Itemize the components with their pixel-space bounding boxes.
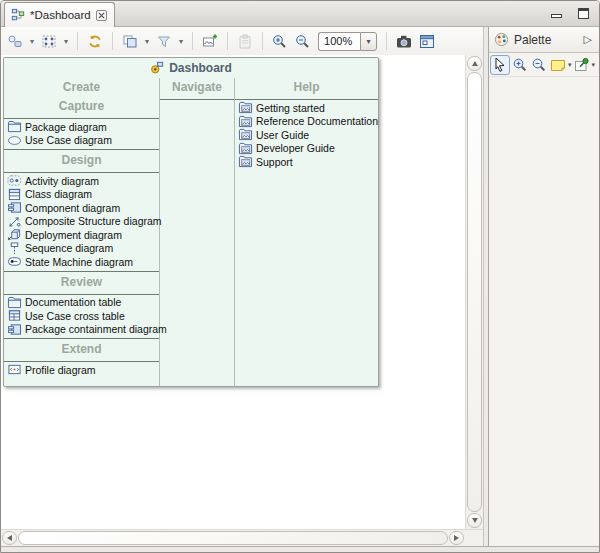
item-label: Use Case diagram	[25, 134, 112, 146]
item-use-case-diagram[interactable]: Use Case diagram	[4, 134, 159, 148]
note-tool[interactable]	[549, 55, 567, 75]
snapshot-button[interactable]	[394, 30, 414, 52]
paste-button	[235, 30, 255, 52]
palette-zoom-in-tool[interactable]	[511, 55, 529, 75]
editor-main: Dashboard Create Capture Package diagram	[1, 55, 483, 529]
item-deployment-diagram[interactable]: Deployment diagram	[4, 228, 159, 242]
scrollbar-corner	[465, 529, 483, 546]
palette-expand-icon[interactable]: ▷	[584, 33, 594, 46]
palette-title: Palette	[514, 33, 579, 47]
item-documentation-table[interactable]: Documentation table	[4, 296, 159, 310]
dashboard-icon	[150, 61, 164, 75]
item-label: Sequence diagram	[25, 242, 113, 254]
item-label: Documentation table	[25, 296, 121, 308]
zoom-in-button[interactable]	[270, 30, 290, 52]
item-class-diagram[interactable]: Class diagram	[4, 188, 159, 202]
vertical-scrollbar[interactable]	[465, 55, 483, 529]
dashboard-title-row: Dashboard	[4, 58, 378, 78]
zoom-level-input[interactable]: 100%	[318, 32, 360, 51]
palette-header[interactable]: Palette ▷	[489, 27, 599, 53]
diagram-canvas[interactable]: Dashboard Create Capture Package diagram	[1, 55, 465, 529]
maximize-icon[interactable]	[578, 8, 589, 19]
pinned-note-icon	[574, 57, 590, 73]
design-header: Design	[4, 151, 159, 170]
arrange-layout-button[interactable]	[39, 30, 59, 52]
synchronize-button[interactable]	[85, 30, 105, 52]
item-profile-diagram[interactable]: Profile diagram	[4, 363, 159, 377]
horizontal-scrollbar[interactable]	[1, 529, 465, 546]
item-reference-documentation[interactable]: Reference Documentation	[235, 115, 378, 129]
dashboard-title: Dashboard	[169, 61, 232, 75]
deployment-diagram-icon	[7, 228, 22, 241]
item-package-diagram[interactable]: Package diagram	[4, 120, 159, 134]
item-composite-structure-diagram[interactable]: Composite Structure diagram	[4, 215, 159, 229]
item-sequence-diagram[interactable]: Sequence diagram	[4, 242, 159, 256]
palette-icon	[494, 32, 509, 47]
section-separator	[4, 172, 159, 173]
item-support[interactable]: Support	[235, 155, 378, 169]
dashboard-panel: Dashboard Create Capture Package diagram	[3, 57, 379, 387]
scroll-right-icon[interactable]	[449, 531, 464, 545]
item-getting-started[interactable]: Getting started	[235, 101, 378, 115]
palette-body[interactable]	[489, 77, 599, 546]
diagram-view-button[interactable]	[417, 30, 437, 52]
section-separator	[4, 118, 159, 119]
item-label: Profile diagram	[25, 364, 96, 376]
navigate-header: Navigate	[160, 78, 234, 97]
editor-area: ▾ ▾ ▾ ▾ 100% ▾	[1, 27, 483, 546]
scroll-left-icon[interactable]	[2, 531, 17, 545]
item-component-diagram[interactable]: Component diagram	[4, 201, 159, 215]
use-case-diagram-icon	[7, 134, 22, 147]
copy-appearance-button[interactable]	[120, 30, 140, 52]
tab-title: *Dashboard	[30, 9, 91, 21]
window-bottom-border	[1, 546, 599, 552]
palette-zoom-out-tool[interactable]	[530, 55, 548, 75]
chevron-down-icon[interactable]: ▾	[177, 37, 185, 46]
activity-diagram-icon	[7, 174, 22, 187]
class-diagram-icon	[7, 188, 22, 201]
zoom-dropdown-button[interactable]: ▾	[360, 32, 377, 51]
tab-close-icon[interactable]	[96, 10, 107, 21]
minimize-icon[interactable]	[551, 14, 562, 18]
chevron-down-icon[interactable]: ▾	[28, 37, 36, 46]
package-diagram-icon	[7, 120, 22, 133]
section-separator	[160, 99, 234, 100]
help-column: Help Getting started Reference Documenta…	[235, 78, 378, 386]
item-label: Component diagram	[25, 202, 120, 214]
add-image-button[interactable]	[200, 30, 220, 52]
chevron-down-icon[interactable]: ▾	[62, 37, 70, 46]
scroll-up-icon[interactable]	[467, 56, 482, 71]
item-activity-diagram[interactable]: Activity diagram	[4, 174, 159, 188]
content-row: ▾ ▾ ▾ ▾ 100% ▾	[1, 27, 599, 546]
diagram-toolbar: ▾ ▾ ▾ ▾ 100% ▾	[1, 27, 483, 55]
item-package-containment-diagram[interactable]: Package containment diagram	[4, 323, 159, 337]
select-tool[interactable]	[490, 55, 510, 75]
dashboard-columns: Create Capture Package diagram Use Case …	[4, 78, 378, 386]
item-label: Class diagram	[25, 188, 92, 200]
item-user-guide[interactable]: User Guide	[235, 128, 378, 142]
tab-dashboard[interactable]: *Dashboard	[4, 2, 115, 27]
scroll-down-icon[interactable]	[467, 513, 482, 528]
zoom-out-button[interactable]	[293, 30, 313, 52]
attachment-note-tool[interactable]	[573, 55, 591, 75]
diagram-tab-icon	[11, 8, 25, 22]
tab-bar: *Dashboard	[1, 1, 599, 27]
filter-button[interactable]	[154, 30, 174, 52]
item-developer-guide[interactable]: Developer Guide	[235, 142, 378, 156]
help-folder-icon	[238, 115, 253, 128]
zoom-in-icon	[512, 57, 528, 73]
chevron-down-icon[interactable]: ▾	[592, 61, 596, 69]
item-state-machine-diagram[interactable]: State Machine diagram	[4, 255, 159, 269]
chevron-down-icon[interactable]: ▾	[143, 37, 151, 46]
help-folder-icon	[238, 128, 253, 141]
horizontal-scroll-row	[1, 529, 483, 546]
capture-header: Capture	[4, 97, 159, 116]
zoom-out-icon	[531, 57, 547, 73]
horizontal-scroll-thumb[interactable]	[18, 531, 448, 545]
chevron-down-icon[interactable]: ▾	[568, 61, 572, 69]
toolbar-separator	[227, 32, 228, 50]
state-machine-diagram-icon	[7, 255, 22, 268]
shapes-style-button[interactable]	[5, 30, 25, 52]
item-use-case-cross-table[interactable]: Use Case cross table	[4, 309, 159, 323]
vertical-scroll-thumb[interactable]	[467, 72, 482, 512]
